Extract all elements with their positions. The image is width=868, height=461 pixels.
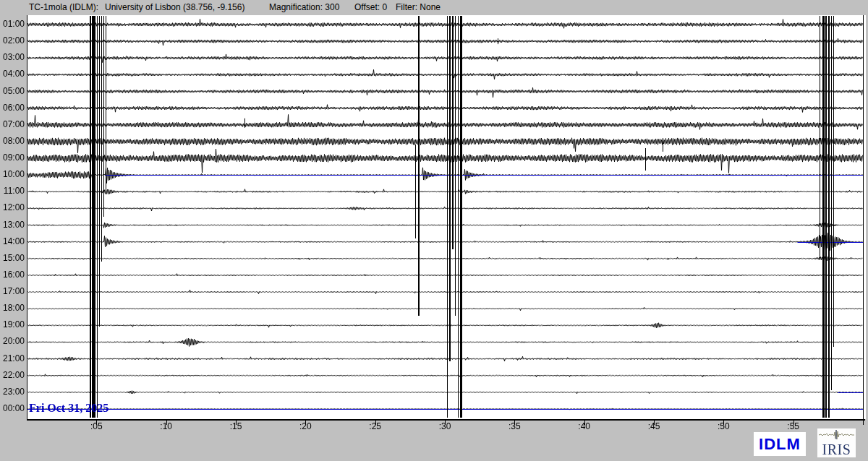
hour-label: 00:00	[0, 403, 25, 413]
iris-logo[interactable]: IRIS	[817, 428, 856, 457]
hour-label: 16:00	[0, 270, 25, 280]
hour-label: 20:00	[0, 336, 25, 346]
minute-tick-label: :15	[220, 421, 252, 431]
helicorder-plot[interactable]	[0, 0, 868, 461]
hour-label: 13:00	[0, 220, 25, 230]
hour-label: 12:00	[0, 202, 25, 212]
idlm-button[interactable]: IDLM	[754, 432, 806, 456]
idlm-label: IDLM	[759, 435, 801, 454]
minute-tick-label: :10	[150, 421, 182, 431]
minute-tick-label: :45	[638, 421, 670, 431]
hour-label: 22:00	[0, 370, 25, 380]
hour-label: 19:00	[0, 319, 25, 329]
hour-label: 15:00	[0, 253, 25, 263]
hour-label: 09:00	[0, 152, 25, 163]
minute-tick-label: :25	[359, 421, 391, 431]
date-label: Fri Oct 31, 2025	[29, 402, 109, 415]
minute-tick-label: :40	[569, 421, 600, 431]
hour-label: 04:00	[0, 69, 25, 79]
iris-label: IRIS	[817, 442, 856, 457]
minute-tick-label: :55	[778, 421, 809, 431]
minute-tick-label: :35	[498, 421, 530, 431]
minute-tick-label: :50	[707, 421, 739, 431]
hour-label: 08:00	[0, 136, 25, 146]
hour-label: 01:00	[0, 19, 25, 29]
helicorder-window: TC-1mola (IDLM): University of Lisbon (3…	[0, 0, 868, 461]
seismogram-icon	[819, 430, 854, 439]
minute-tick-label: :30	[429, 421, 461, 431]
hour-label: 17:00	[0, 286, 25, 296]
hour-label: 05:00	[0, 86, 25, 96]
hour-label: 10:00	[0, 169, 25, 179]
hour-label: 06:00	[0, 103, 25, 113]
hour-label: 18:00	[0, 303, 25, 313]
hour-label: 02:00	[0, 35, 25, 46]
hour-label: 23:00	[0, 387, 25, 397]
hour-label: 14:00	[0, 236, 25, 246]
hour-label: 03:00	[0, 52, 25, 62]
minute-tick-label: :05	[80, 421, 112, 431]
minute-tick-label: :20	[289, 421, 321, 431]
hour-label: 21:00	[0, 353, 25, 363]
hour-label: 07:00	[0, 119, 25, 129]
hour-label: 11:00	[0, 186, 25, 196]
